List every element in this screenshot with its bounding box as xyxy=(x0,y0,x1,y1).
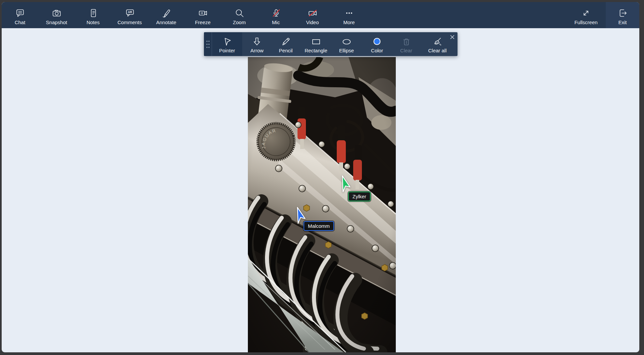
fullscreen-label: Fullscreen xyxy=(574,20,597,25)
ellipse-icon xyxy=(341,37,352,48)
rectangle-tool-label: Rectangle xyxy=(305,48,327,53)
toolbar-drag-handle[interactable] xyxy=(204,32,212,56)
annotate-pen-icon xyxy=(161,8,171,20)
more-button[interactable]: More xyxy=(331,2,367,28)
notes-label: Notes xyxy=(87,20,100,25)
zoom-button[interactable]: Zoom xyxy=(221,2,258,28)
toolbar-spacer xyxy=(367,2,566,28)
shared-screen-photo[interactable]: JAGUAR Zylker Malcomm xyxy=(248,57,396,352)
mic-button[interactable]: Mic xyxy=(258,2,294,28)
freeze-button[interactable]: Freeze xyxy=(184,2,221,28)
main-toolbar: Chat Snapshot Notes AR Comments Annotate… xyxy=(2,2,639,28)
annotate-label: Annotate xyxy=(156,20,176,25)
notes-button[interactable]: Notes xyxy=(75,2,111,28)
snapshot-icon xyxy=(52,8,62,20)
fullscreen-icon xyxy=(581,8,591,20)
video-label: Video xyxy=(306,20,319,25)
chat-icon xyxy=(15,8,25,20)
session-workspace: Chat Snapshot Notes AR Comments Annotate… xyxy=(2,2,639,352)
rectangle-icon xyxy=(311,37,321,48)
comments-label: Comments xyxy=(117,20,142,25)
chat-button[interactable]: Chat xyxy=(2,2,38,28)
pointer-name-label-green: Zylker xyxy=(348,192,371,201)
pointer-name-label-blue: Malcomm xyxy=(304,221,334,231)
zoom-magnifier-icon xyxy=(234,8,245,20)
freeze-icon xyxy=(198,8,208,20)
tool-arrow[interactable]: Arrow xyxy=(242,32,272,56)
tool-ellipse[interactable]: Ellipse xyxy=(332,32,361,56)
color-swatch-icon xyxy=(372,37,382,48)
clear-tool-label: Clear xyxy=(400,48,412,53)
broom-icon xyxy=(432,37,442,48)
more-label: More xyxy=(343,20,355,25)
annotation-toolbar: Pointer Arrow Pencil Rectangle Ellipse C… xyxy=(204,32,458,56)
close-icon xyxy=(450,35,454,39)
tool-rectangle[interactable]: Rectangle xyxy=(300,32,332,56)
close-toolbar-button[interactable] xyxy=(449,34,455,40)
snapshot-button[interactable]: Snapshot xyxy=(38,2,75,28)
zoom-label: Zoom xyxy=(233,20,246,25)
pointer-icon xyxy=(222,37,232,48)
comments-ar-icon: AR xyxy=(125,8,135,20)
pointer-tool-label: Pointer xyxy=(219,48,235,53)
engine-photo-graphic: JAGUAR xyxy=(248,57,396,352)
ellipse-tool-label: Ellipse xyxy=(339,48,354,53)
tool-clear: Clear xyxy=(393,32,419,56)
snapshot-label: Snapshot xyxy=(46,20,67,25)
video-button[interactable]: Video xyxy=(294,2,331,28)
chat-label: Chat xyxy=(15,20,25,25)
exit-button[interactable]: Exit xyxy=(606,2,639,28)
arrow-down-icon xyxy=(252,37,262,48)
clear-all-tool-label: Clear all xyxy=(428,48,446,53)
svg-text:AR: AR xyxy=(128,10,132,14)
trash-icon xyxy=(401,37,411,48)
pointer-cursor-green xyxy=(339,175,353,193)
fullscreen-button[interactable]: Fullscreen xyxy=(566,2,606,28)
pencil-tool-label: Pencil xyxy=(279,48,293,53)
freeze-label: Freeze xyxy=(195,20,211,25)
annotate-button[interactable]: Annotate xyxy=(148,2,184,28)
mic-label: Mic xyxy=(272,20,280,25)
tool-pencil[interactable]: Pencil xyxy=(272,32,300,56)
tool-pointer[interactable]: Pointer xyxy=(212,32,242,56)
notes-icon xyxy=(88,8,98,20)
more-dots-icon xyxy=(344,8,354,20)
arrow-tool-label: Arrow xyxy=(250,48,263,53)
mic-muted-icon xyxy=(271,8,281,20)
tool-color[interactable]: Color xyxy=(361,32,393,56)
pencil-icon xyxy=(281,37,291,48)
video-muted-icon xyxy=(308,8,318,20)
comments-button[interactable]: AR Comments xyxy=(111,2,148,28)
exit-icon xyxy=(618,8,628,20)
exit-label: Exit xyxy=(618,20,627,25)
drag-dots-icon xyxy=(206,40,210,49)
color-tool-label: Color xyxy=(371,48,383,53)
